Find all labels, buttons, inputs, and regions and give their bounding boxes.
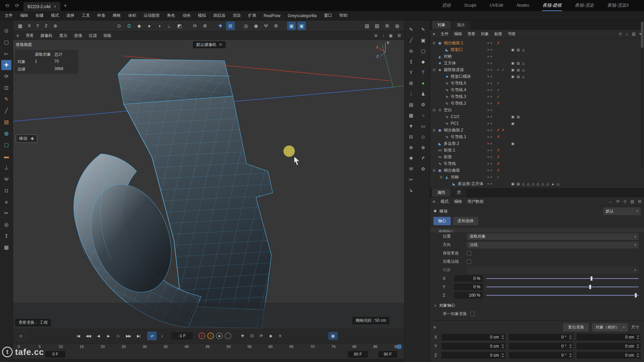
cut-tool-icon[interactable]: ╱ <box>407 36 416 45</box>
spinner-icon[interactable] <box>501 344 504 349</box>
visibility-dots[interactable] <box>487 136 492 138</box>
tree-row[interactable]: ◣ 多边形-立方体 ▣ ▤ △ △ △ △ △ △ ▲ △ <box>430 180 644 187</box>
object-name[interactable]: 细分曲面.1 <box>444 40 463 46</box>
object-tags[interactable]: ▣ <box>511 122 640 125</box>
home-icon[interactable]: ⌂ <box>626 32 628 36</box>
object-tags[interactable]: ▣ <box>511 142 640 145</box>
object-name[interactable]: PC1 <box>451 121 459 126</box>
visibility-dots[interactable] <box>487 116 492 118</box>
pin-icon[interactable]: ◆ <box>135 21 144 30</box>
slider-handle[interactable] <box>590 276 593 281</box>
mode-tab-button[interactable]: 柔和选择 <box>453 217 478 225</box>
detail-icon[interactable]: ⋮ <box>407 89 416 98</box>
mode-tab-button[interactable]: 轴心 <box>433 217 451 225</box>
scrollbar-thumb[interactable] <box>641 22 643 48</box>
menu-item[interactable]: 角色 <box>167 13 175 18</box>
slider-track[interactable] <box>486 295 639 296</box>
range-start-field[interactable]: 0 F <box>45 351 65 358</box>
range-end-field-2[interactable]: 90 F <box>378 351 397 358</box>
scale-field[interactable]: 0 cm <box>577 343 641 350</box>
scissors-tool-icon[interactable]: ✂ <box>1 208 11 218</box>
visibility-dots[interactable] <box>487 69 492 71</box>
object-tags[interactable]: ▣ ▤ △ <box>511 61 640 65</box>
axis-tool-icon[interactable]: ⊥ <box>1 163 11 173</box>
spline-pen-icon[interactable]: ✎ <box>407 25 416 34</box>
position-field[interactable]: 0 cm <box>441 343 505 350</box>
axis-center-icon[interactable]: ⊙ <box>115 21 123 30</box>
slider-value-field[interactable]: 0 % <box>454 275 483 282</box>
visibility-dots[interactable] <box>487 49 492 51</box>
menu-item[interactable]: 渲染 <box>233 13 241 18</box>
panel-tab[interactable]: 层 <box>451 188 466 197</box>
tree-row[interactable]: ∿ 引导线.2 ✗ <box>430 100 644 107</box>
object-name[interactable]: 喷射口 <box>451 47 463 53</box>
panel-tab[interactable]: 对象 <box>432 21 451 29</box>
settings-gear-icon[interactable]: ⚙ <box>419 165 428 173</box>
grid-snap-icon[interactable]: ⊞ <box>226 21 235 30</box>
object-tags[interactable]: ▣ ▤ △ △ △ △ △ △ ▲ △ <box>511 182 640 186</box>
panel-tab[interactable]: 属性 <box>432 188 451 197</box>
viewport-menu-item[interactable]: 显示 <box>59 33 67 39</box>
om-menu-item[interactable]: 标签 <box>494 31 502 37</box>
object-name[interactable]: 引导线 <box>444 161 456 167</box>
spinner-icon[interactable] <box>569 344 572 349</box>
lock-y-axis-icon[interactable]: Y <box>34 21 41 30</box>
object-name[interactable]: 对称 <box>451 174 459 180</box>
tree-row[interactable]: ∿ 引导线.3 ✓ <box>430 93 644 100</box>
raise-tool-icon[interactable]: ↥ <box>1 231 11 241</box>
goto-end-button[interactable]: ▶| <box>134 331 143 340</box>
visibility-dots[interactable] <box>487 176 492 178</box>
object-name[interactable]: 矩形 <box>444 154 452 160</box>
deformer-icon[interactable]: ⚙ <box>419 100 428 109</box>
visibility-dots[interactable] <box>487 62 492 64</box>
tree-row[interactable]: ⊟ ◉ 细分曲面.2 ✗ ✗ <box>430 127 644 133</box>
object-tags[interactable]: ▣ ▤ △ <box>511 68 640 72</box>
viewport-minimize-icon[interactable]: ↓ <box>382 33 384 38</box>
expander-icon[interactable]: ⊟ <box>432 41 436 45</box>
tree-row[interactable]: ∿ 引导线.1 ✗ <box>430 133 644 140</box>
viewport-menu-item[interactable]: 选项 <box>74 33 82 39</box>
rectangle-spline-icon[interactable]: ▭ <box>419 122 428 130</box>
tree-row[interactable]: ◭ 对称 <box>430 53 644 60</box>
current-frame-field[interactable]: -1 F <box>171 332 193 340</box>
tree-row[interactable]: ■ 喷射口模块 ▣ ▤ △ <box>430 73 644 80</box>
interactive-render-icon[interactable]: ◍ <box>393 21 401 30</box>
om-menu-item[interactable]: 书签 <box>508 31 516 37</box>
visibility-dots[interactable] <box>487 89 492 91</box>
record-scale-icon[interactable]: ⊡ <box>248 334 256 338</box>
object-name[interactable]: 对称 <box>444 54 452 59</box>
keyframe-selection-icon[interactable]: ▣ <box>328 332 338 340</box>
layout-tab[interactable]: Nodes <box>516 0 530 11</box>
object-name[interactable]: 多边形-立方体 <box>458 181 483 187</box>
visibility-dots[interactable] <box>487 56 492 57</box>
mirror-copy-icon[interactable]: Ψ <box>407 165 416 173</box>
weld-icon[interactable]: ⊟ <box>407 132 416 141</box>
symmetrize-icon[interactable]: ✚ <box>407 154 416 163</box>
visibility-dots[interactable] <box>487 109 492 111</box>
position-field[interactable]: 0 cm <box>441 334 505 341</box>
visibility-dots[interactable] <box>487 123 492 124</box>
back-icon[interactable]: ← <box>608 199 612 204</box>
pen-tool-icon[interactable]: ✎ <box>1 94 11 104</box>
keep-changes-checkbox[interactable] <box>467 251 471 255</box>
keyframe-button[interactable]: ◇ <box>16 331 26 341</box>
tree-row[interactable]: ∿ C1/2 ▣ ▤ <box>430 113 644 120</box>
ruler-icon[interactable]: ∟ <box>165 21 174 30</box>
camera-rotate-icon[interactable]: ⟳ <box>219 43 222 47</box>
plane-mode-icon[interactable]: ◩ <box>175 21 184 30</box>
list-icon[interactable]: ≡ <box>1 197 11 207</box>
menu-item[interactable]: 体积 <box>128 13 136 18</box>
next-frame-button[interactable]: ▷ <box>114 331 123 340</box>
expander-icon[interactable]: ⊟ <box>432 128 436 132</box>
redo-icon[interactable]: ⟳ <box>13 3 21 9</box>
slider-track[interactable] <box>486 278 639 279</box>
render-picture-viewer-button[interactable]: ▨ <box>373 21 381 30</box>
scale-tool-icon[interactable]: ⊡ <box>1 83 11 93</box>
keyframe-circle-icon[interactable]: ◆ <box>216 333 223 339</box>
tree-row[interactable]: ▭ 矩形 ✗ <box>430 154 644 160</box>
object-tags[interactable]: ▣ ▤ △ <box>511 48 640 52</box>
visibility-dots[interactable] <box>487 163 492 165</box>
enable-status[interactable]: ✗ <box>497 148 510 153</box>
record-parameter-icon[interactable]: ◆ <box>267 334 275 338</box>
bevel-icon[interactable]: Y <box>407 68 416 77</box>
